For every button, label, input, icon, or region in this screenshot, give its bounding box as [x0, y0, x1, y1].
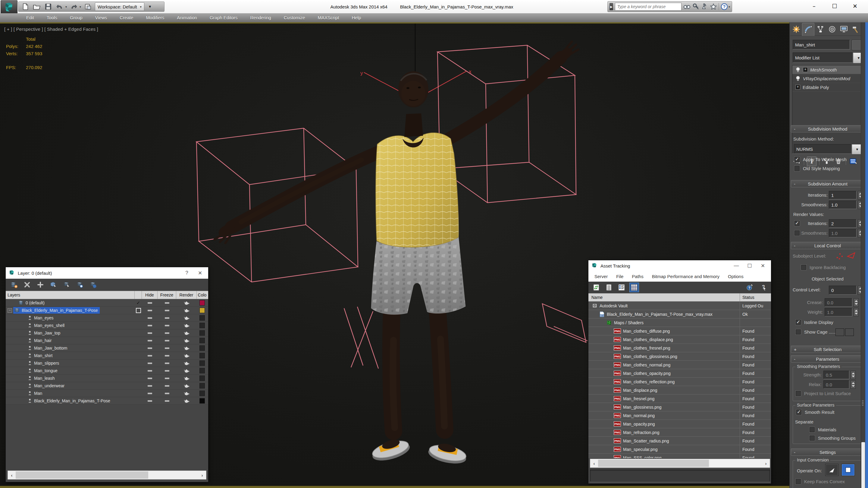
render-toggle[interactable] — [176, 375, 197, 382]
current-layer-cell[interactable] — [135, 375, 142, 382]
column-color[interactable]: Colo — [197, 291, 208, 299]
hide-toggle[interactable] — [142, 352, 158, 359]
show-cage-checkbox[interactable] — [796, 329, 801, 335]
control-level-field[interactable]: 0 — [829, 286, 857, 295]
render-toggle[interactable] — [176, 322, 197, 329]
current-layer-cell[interactable] — [135, 322, 142, 329]
object-name-field[interactable]: Man_shirt — [793, 40, 850, 50]
strength-field[interactable]: 0.5 — [824, 371, 849, 379]
asset-row[interactable]: PNGMan_glossiness.pngFound — [588, 403, 771, 411]
freeze-toggle[interactable] — [158, 344, 176, 352]
asset-horizontal-scrollbar[interactable]: ‹ › — [590, 459, 770, 468]
layer-color-cell[interactable] — [197, 360, 208, 367]
layer-properties-button[interactable] — [89, 280, 98, 289]
operate-on-polygons-button[interactable] — [841, 464, 855, 476]
app-menu-button[interactable] — [1, 0, 18, 14]
tab-utilities[interactable] — [849, 23, 861, 36]
hide-toggle[interactable] — [142, 314, 158, 321]
hide-toggle[interactable] — [142, 322, 158, 329]
asset-menu-file[interactable]: File — [613, 274, 627, 279]
expand-icon[interactable]: + — [803, 67, 808, 72]
layer-color-cell[interactable] — [197, 382, 208, 390]
layer-row[interactable]: Man_eyes — [6, 314, 208, 322]
menu-maxscript[interactable]: MAXScript — [312, 13, 346, 22]
new-file-button[interactable] — [21, 2, 30, 11]
column-hide[interactable]: Hide — [142, 291, 158, 299]
help-button[interactable]: ? — [745, 283, 755, 292]
column-name[interactable]: Name — [588, 293, 740, 301]
man-model[interactable] — [215, 41, 579, 467]
hide-toggle[interactable] — [142, 307, 158, 314]
asset-maximize-button[interactable]: ☐ — [744, 263, 755, 269]
iterations-field[interactable]: 1 — [829, 191, 857, 199]
help-dropdown-caret[interactable]: ▾ — [728, 5, 730, 8]
asset-window-titlebar[interactable]: Asset Tracking — ☐ ✕ — [588, 260, 771, 271]
layer-color-cell[interactable] — [197, 367, 208, 374]
layer-row[interactable]: Man_underwear — [6, 382, 208, 390]
render-toggle[interactable] — [176, 344, 197, 352]
modifier-list-dropdown[interactable]: Modifier List — [793, 53, 853, 63]
layer-row[interactable]: Man_shirt — [6, 352, 208, 360]
undo-button[interactable] — [55, 2, 64, 11]
layer-row[interactable]: −Black_Elderly_Man_in_Pajamas_T-Pose — [6, 307, 208, 314]
asset-close-button[interactable]: ✕ — [758, 263, 768, 269]
current-layer-cell[interactable] — [135, 360, 142, 367]
freeze-toggle[interactable] — [158, 299, 176, 307]
subdivision-method-select[interactable]: NURMS — [794, 144, 852, 154]
render-toggle[interactable] — [176, 382, 197, 390]
layer-color-cell[interactable] — [197, 352, 208, 359]
list-view-button[interactable] — [604, 283, 614, 292]
modifier-row[interactable]: VRayDisplacementMod — [793, 74, 864, 83]
asset-row[interactable]: PNGMan_clothes_fresnel.pngFound — [588, 344, 771, 352]
asset-row[interactable]: PNGMan_clothes_normal.pngFound — [588, 361, 771, 369]
color-swatch[interactable] — [199, 391, 205, 396]
tab-modify[interactable] — [802, 23, 814, 36]
refresh-button[interactable] — [591, 283, 601, 292]
search-input[interactable] — [615, 3, 682, 10]
rollout-parameters[interactable]: - Parameters — [791, 355, 864, 363]
isoline-display-checkbox[interactable] — [796, 320, 801, 325]
tab-display[interactable] — [838, 23, 849, 36]
asset-row[interactable]: PNGMan_clothes_displace.pngFound — [588, 335, 771, 344]
maximize-button[interactable]: ☐ — [830, 3, 839, 9]
color-swatch[interactable] — [199, 375, 205, 381]
asset-row[interactable]: PNGMan_clothes_diffuse.pngFound — [588, 327, 771, 335]
freeze-toggle[interactable] — [158, 397, 176, 404]
layer-color-cell[interactable] — [197, 337, 208, 344]
scroll-left-arrow-icon[interactable]: ‹ — [8, 472, 16, 478]
layer-color-cell[interactable] — [197, 375, 208, 382]
new-layer-button[interactable] — [9, 280, 19, 289]
current-layer-cell[interactable] — [135, 352, 142, 359]
freeze-toggle[interactable] — [158, 382, 176, 390]
project-folder-button[interactable] — [84, 2, 92, 11]
render-toggle[interactable] — [176, 337, 197, 344]
scroll-right-arrow-icon[interactable]: › — [762, 461, 770, 466]
color-swatch[interactable] — [199, 323, 205, 328]
column-status[interactable]: Status — [740, 293, 771, 301]
current-layer-cell[interactable] — [135, 307, 142, 314]
asset-row[interactable]: Autodesk VaultLogged Ou — [588, 302, 771, 310]
smooth-result-checkbox[interactable] — [796, 409, 801, 415]
asset-menu-paths[interactable]: Paths — [628, 274, 647, 279]
redo-button[interactable] — [69, 2, 78, 11]
rollout-local-control[interactable]: - Local Control — [791, 242, 864, 249]
asset-row[interactable]: PNGMan_clothes_glossiness.pngFound — [588, 352, 771, 361]
render-toggle[interactable] — [176, 397, 197, 404]
workspace-flyout-button[interactable]: ▼ — [147, 3, 153, 10]
hide-toggle[interactable] — [142, 329, 158, 337]
viewport-label[interactable]: [ + ] [ Perspective ] [ Shaded + Edged F… — [4, 27, 98, 32]
layer-color-cell[interactable] — [197, 314, 208, 321]
scroll-right-arrow-icon[interactable]: › — [198, 472, 206, 478]
render-toggle[interactable] — [176, 367, 197, 374]
undo-dropdown-caret[interactable]: ▾ — [65, 5, 67, 8]
select-objects-button[interactable] — [49, 280, 58, 289]
smoothing-groups-checkbox[interactable] — [810, 435, 815, 441]
rollout-soft-selection[interactable]: + Soft Selection — [791, 346, 864, 353]
asset-menu-options[interactable]: Options — [724, 274, 747, 279]
color-swatch[interactable] — [199, 330, 205, 336]
freeze-toggle[interactable] — [158, 375, 176, 382]
color-swatch[interactable] — [199, 315, 205, 321]
layer-color-cell[interactable] — [197, 299, 208, 307]
hide-toggle[interactable] — [142, 360, 158, 367]
find-layer-button[interactable] — [75, 280, 85, 289]
